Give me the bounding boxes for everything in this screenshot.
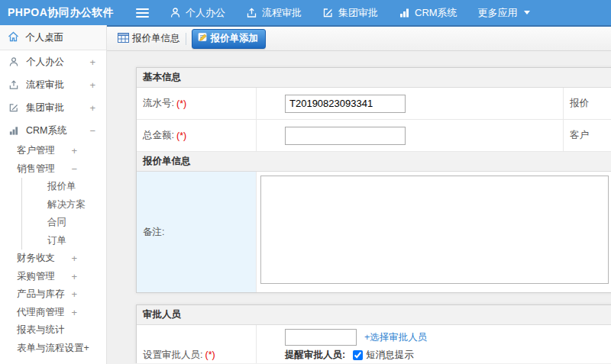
sidebar-item-reports-stats[interactable]: 报表与统计 — [0, 321, 106, 340]
nav-more-apps[interactable]: 更多应用 — [478, 6, 530, 20]
field-cell — [257, 172, 611, 292]
sidebar-item-label: 合同 — [47, 216, 66, 229]
user-icon — [170, 7, 181, 18]
sidebar-item-form-flow-settings[interactable]: 表单与流程设置+ — [0, 340, 106, 358]
form-row-serial-number: 流水号: (*) 报价 — [137, 88, 611, 120]
field-cell: +选择审批人员 提醒审批人员: 短消息提示 注：流程第一步审批人员，这里选择你的… — [257, 325, 611, 363]
sidebar-item-label: 报表与统计 — [17, 324, 65, 337]
main-area: 报价单信息 报价单添加 基本信息 流水号: (*) — [107, 25, 611, 364]
nav-group-approval[interactable]: 集团审批 — [322, 6, 378, 20]
sidebar-item-label: 个人桌面 — [25, 31, 63, 44]
chevron-down-icon — [524, 11, 530, 14]
field-label: 设置审批人员: (*) — [137, 325, 257, 363]
tab-label: 报价单添加 — [211, 32, 259, 45]
expand-icon[interactable]: + — [71, 253, 77, 264]
form-row-approver: 设置审批人员: (*) +选择审批人员 提醒审批人员: 短消息提示 — [137, 325, 611, 363]
right-field-label: 客户 — [564, 120, 611, 151]
select-approver-link[interactable]: +选择审批人员 — [364, 331, 427, 344]
expand-icon[interactable]: + — [71, 145, 77, 156]
expand-icon[interactable]: + — [89, 102, 95, 114]
total-amount-input[interactable] — [285, 127, 406, 145]
approver-input[interactable] — [285, 329, 357, 346]
form-row-remark: 备注: — [137, 172, 611, 292]
expand-icon[interactable]: + — [71, 271, 77, 282]
required-marker: (*) — [176, 98, 186, 109]
sidebar-item-agent-mgmt[interactable]: 代理商管理 + — [0, 304, 106, 322]
sidebar-item-quotation[interactable]: 报价单 — [21, 178, 106, 196]
form-row-total-amount: 总金额: (*) 客户 — [137, 120, 611, 152]
sidebar-item-label: 客户管理 — [17, 144, 55, 157]
tab-bar: 报价单信息 报价单添加 — [107, 25, 611, 51]
edit-icon — [322, 7, 334, 18]
remark-textarea[interactable] — [260, 176, 609, 284]
sidebar-item-label: 表单与流程设置 — [17, 342, 84, 355]
nav-personal-office[interactable]: 个人办公 — [170, 6, 225, 20]
app-title: PHPOA协同办公软件 — [8, 6, 131, 20]
sidebar-item-order[interactable]: 订单 — [21, 232, 106, 250]
tab-separator — [186, 33, 186, 45]
required-marker: (*) — [205, 350, 215, 360]
sidebar-item-contract[interactable]: 合同 — [21, 214, 106, 232]
sidebar-item-label: 个人办公 — [26, 56, 64, 69]
sidebar-item-label: 产品与库存 — [17, 288, 65, 301]
menu-toggle-icon[interactable] — [136, 8, 149, 18]
nav-label: 集团审批 — [338, 6, 378, 20]
sidebar-item-label: CRM系统 — [26, 124, 66, 137]
workflow-icon — [246, 7, 257, 18]
sidebar-item-label: 报价单 — [47, 180, 76, 193]
section-title-approval: 审批人员 — [137, 305, 611, 325]
sidebar-item-finance[interactable]: 财务收支 + — [0, 250, 106, 268]
nav-label: 个人办公 — [186, 6, 225, 20]
sidebar-item-label: 销售管理 — [17, 163, 55, 176]
field-label: 总金额: (*) — [137, 120, 257, 151]
expand-icon[interactable]: + — [89, 56, 95, 68]
sidebar-item-product-inventory[interactable]: 产品与库存 + — [0, 285, 106, 304]
expand-icon[interactable]: + — [89, 79, 95, 91]
nav-label: 更多应用 — [478, 6, 518, 20]
sidebar-item-sales-mgmt[interactable]: 销售管理 − — [0, 160, 106, 179]
sidebar-item-label: 财务收支 — [17, 252, 55, 265]
tab-quotation-add[interactable]: 报价单添加 — [192, 29, 267, 49]
sidebar-item-customer-mgmt[interactable]: 客户管理 + — [0, 142, 106, 160]
collapse-icon[interactable]: − — [89, 125, 95, 137]
sidebar-item-label: 流程审批 — [26, 79, 64, 92]
user-icon — [8, 56, 20, 67]
sidebar-item-group-approval[interactable]: 集团审批 + — [0, 96, 106, 119]
home-icon — [8, 31, 19, 44]
expand-icon[interactable]: + — [71, 307, 77, 318]
content-area: 基本信息 流水号: (*) 报价 总金额: — [107, 51, 611, 363]
bar-chart-icon — [8, 125, 20, 136]
serial-number-input[interactable] — [285, 95, 406, 113]
field-cell — [257, 88, 564, 119]
tab-quotation-info[interactable]: 报价单信息 — [118, 32, 180, 45]
sidebar-item-solution[interactable]: 解决方案 — [21, 196, 106, 214]
required-marker: (*) — [176, 130, 186, 141]
sidebar: 个人桌面 个人办公 + 流程审批 + 集团审批 + CRM系统 − 客户管理 +… — [0, 25, 107, 364]
form-block-main: 基本信息 流水号: (*) 报价 总金额: — [136, 67, 611, 293]
sidebar-item-crm-system[interactable]: CRM系统 − — [0, 119, 106, 142]
field-cell — [257, 120, 564, 151]
sidebar-item-personal-desktop[interactable]: 个人桌面 — [0, 25, 106, 50]
sidebar-item-workflow-approval[interactable]: 流程审批 + — [0, 73, 106, 96]
nav-label: CRM系统 — [415, 6, 457, 20]
field-label: 流水号: (*) — [137, 88, 257, 119]
sms-reminder-label: 短消息提示 — [366, 349, 414, 362]
field-label-remark: 备注: — [137, 172, 257, 292]
sms-reminder-checkbox[interactable] — [353, 350, 363, 360]
right-field-label: 报价 — [564, 88, 611, 119]
sidebar-item-label: 代理商管理 — [17, 306, 65, 319]
sidebar-item-label: 解决方案 — [47, 198, 86, 211]
expand-icon[interactable]: + — [71, 288, 77, 300]
sidebar-item-label: 集团审批 — [26, 101, 64, 114]
nav-workflow-approval[interactable]: 流程审批 — [246, 6, 302, 20]
expand-icon[interactable]: + — [84, 343, 89, 353]
edit-icon — [8, 102, 20, 113]
nav-crm-system[interactable]: CRM系统 — [399, 6, 457, 20]
sidebar-item-personal-office[interactable]: 个人办公 + — [0, 50, 106, 73]
sidebar-item-purchase-mgmt[interactable]: 采购管理 + — [0, 268, 106, 286]
collapse-icon[interactable]: − — [71, 163, 77, 175]
section-title-basic-info: 基本信息 — [137, 68, 611, 88]
quotation-form: 基本信息 流水号: (*) 报价 总金额: — [136, 67, 611, 363]
nav-label: 流程审批 — [262, 6, 302, 20]
topbar: PHPOA协同办公软件 个人办公 流程审批 集团审批 CRM系统 更多应用 — [0, 0, 611, 25]
